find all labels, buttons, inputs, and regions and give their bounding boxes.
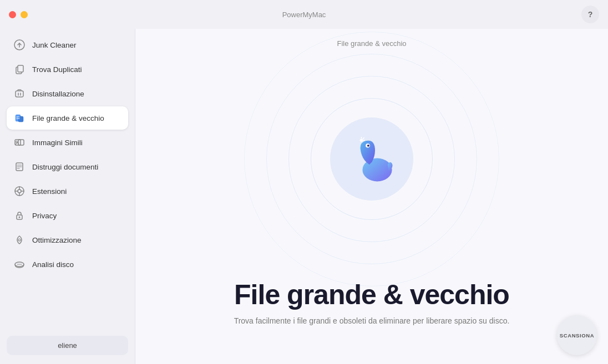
estensioni-icon: [13, 185, 26, 197]
sidebar-item-label: Analisi disco: [32, 260, 74, 269]
scan-button[interactable]: SCANSIONA: [557, 315, 597, 355]
sidebar-item-trova-duplicati[interactable]: Trova Duplicati: [7, 58, 128, 81]
svg-rect-3: [18, 65, 23, 72]
sidebar-item-label: Privacy: [32, 212, 57, 220]
svg-line-33: [363, 137, 364, 139]
analisi-disco-icon: [13, 258, 26, 270]
svg-rect-12: [18, 140, 24, 145]
sidebar: Junk Cleaner Trova Duplicati Disinst: [0, 29, 135, 364]
svg-point-25: [19, 217, 21, 218]
trova-duplicati-icon: [13, 63, 26, 75]
content-subtitle: Trova facilmente i file grandi e obsolet…: [183, 316, 560, 325]
content-text: File grande & vecchio Trova facilmente i…: [183, 279, 560, 325]
sidebar-item-label: Disinstallazione: [32, 90, 84, 98]
sidebar-item-label: Ottimizzazione: [32, 236, 82, 244]
svg-point-19: [18, 189, 21, 193]
sidebar-item-label: Estensioni: [32, 187, 67, 196]
sidebar-item-distruggi-documenti[interactable]: Distruggi documenti: [7, 155, 128, 178]
sidebar-item-file-grande-vecchio[interactable]: File grande & vecchio: [7, 106, 128, 130]
sidebar-item-disinstallazione[interactable]: Disinstallazione: [7, 82, 128, 105]
sidebar-item-label: Distruggi documenti: [32, 163, 98, 171]
sidebar-item-privacy[interactable]: Privacy: [7, 204, 128, 227]
sidebar-footer: eliene: [7, 331, 128, 360]
sidebar-item-ottimizzazione[interactable]: Ottimizzazione: [7, 228, 128, 252]
titlebar: PowerMyMac ?: [0, 0, 608, 29]
content-area: File grande & vecchio: [135, 29, 608, 364]
mascot-dinosaur: [346, 133, 398, 186]
app-title: PowerMyMac: [282, 11, 326, 19]
junk-cleaner-icon: [13, 39, 26, 51]
file-grande-vecchio-icon: [13, 112, 26, 124]
distruggi-documenti-icon: [13, 161, 26, 173]
user-button[interactable]: eliene: [7, 336, 128, 355]
ottimizzazione-icon: [13, 234, 26, 246]
content-title: File grande & vecchio: [183, 279, 560, 311]
minimize-button[interactable]: [21, 11, 28, 18]
traffic-lights: [9, 11, 28, 18]
svg-point-35: [367, 144, 369, 146]
disinstallazione-icon: [13, 88, 26, 100]
svg-point-26: [18, 239, 21, 241]
privacy-icon: [13, 209, 26, 222]
main-layout: Junk Cleaner Trova Duplicati Disinst: [0, 29, 608, 364]
circles-container: [244, 40, 499, 278]
sidebar-item-label: File grande & vecchio: [32, 114, 104, 122]
sidebar-item-immagini-simili[interactable]: Immagini Simili: [7, 131, 128, 154]
sidebar-item-estensioni[interactable]: Estensioni: [7, 180, 128, 203]
svg-rect-4: [16, 91, 23, 97]
sidebar-item-label: Junk Cleaner: [32, 41, 77, 49]
immagini-simili-icon: [13, 136, 26, 148]
sidebar-item-junk-cleaner[interactable]: Junk Cleaner: [7, 33, 128, 57]
sidebar-item-analisi-disco[interactable]: Analisi disco: [7, 253, 128, 276]
sidebar-item-label: Trova Duplicati: [32, 65, 82, 74]
help-button[interactable]: ?: [581, 6, 599, 23]
close-button[interactable]: [9, 11, 16, 18]
sidebar-item-label: Immagini Simili: [32, 139, 83, 147]
svg-point-30: [359, 139, 363, 142]
